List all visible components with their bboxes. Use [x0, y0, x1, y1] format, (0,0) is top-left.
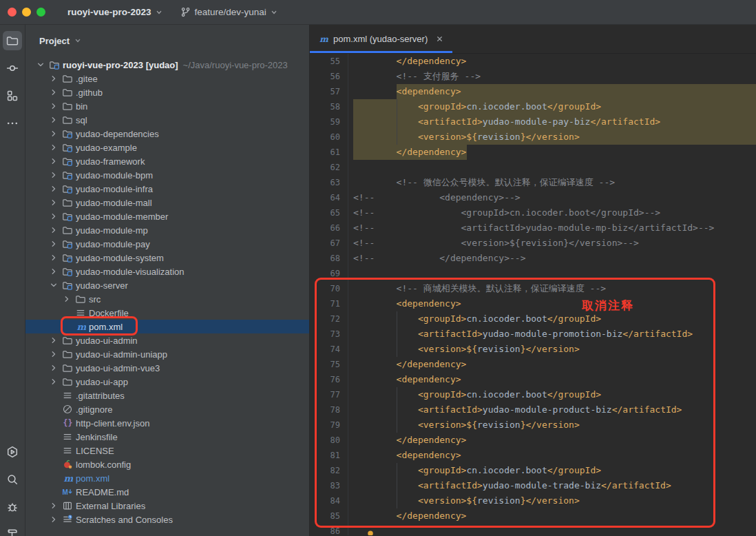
code-line-70[interactable]: 70 <!-- 商城相关模块。默认注释，保证编译速度 --> [310, 281, 756, 296]
chevron-right-icon[interactable] [47, 87, 61, 98]
chevron-right-icon[interactable] [60, 293, 74, 305]
code-line-62[interactable]: 62 [310, 160, 756, 175]
tree-item-yudao-server[interactable]: yudao-server [25, 278, 309, 292]
code-line-67[interactable]: 67<!-- <version>${revision}</version>--> [310, 236, 756, 251]
chevron-right-icon[interactable] [47, 156, 61, 167]
code-line-78[interactable]: 78 <artifactId>yudao-module-product-biz<… [310, 402, 756, 418]
tree-item-external-libraries[interactable]: External Libraries [25, 499, 309, 513]
chevron-right-icon[interactable] [47, 114, 61, 125]
code-line-56[interactable]: 56 <!-- 支付服务 --> [310, 69, 756, 84]
tree-item-lombok-config[interactable]: lombok.config [25, 457, 309, 471]
code-line-57[interactable]: 57 <dependency> [310, 84, 756, 99]
project-tool-button[interactable] [3, 31, 22, 50]
tree-item--gitattributes[interactable]: .gitattributes [25, 389, 309, 402]
tree-item-yudao-module-member[interactable]: yudao-module-member [25, 209, 309, 223]
zoom-window-button[interactable] [36, 8, 45, 17]
chevron-right-icon[interactable] [47, 376, 61, 387]
more-tool-button[interactable] [3, 114, 22, 133]
code-line-79[interactable]: 79 <version>${revision}</version> [310, 418, 756, 433]
chevron-down-icon[interactable] [47, 280, 61, 291]
tree-item-readme-md[interactable]: MREADME.md [25, 485, 309, 499]
tree-item-yudao-module-pay[interactable]: yudao-module-pay [25, 237, 309, 251]
code-line-59[interactable]: 59 <artifactId>yudao-module-pay-biz</art… [310, 114, 756, 130]
chevron-right-icon[interactable] [47, 252, 61, 263]
tree-item-src[interactable]: src [25, 292, 309, 306]
tree-item-yudao-example[interactable]: yudao-example [25, 141, 309, 154]
search-tool-button[interactable] [3, 470, 22, 489]
code-line-60[interactable]: 60 <version>${revision}</version> [310, 130, 756, 145]
code-line-71[interactable]: 71 <dependency> [310, 296, 756, 311]
tree-item-yudao-ui-app[interactable]: yudao-ui-app [25, 375, 309, 389]
chevron-right-icon[interactable] [47, 197, 61, 208]
chevron-right-icon[interactable] [47, 349, 61, 360]
debug-tool-button[interactable] [3, 497, 22, 517]
tree-item-yudao-module-visualization[interactable]: yudao-module-visualization [25, 265, 309, 278]
tree-item-yudao-dependencies[interactable]: yudao-dependencies [25, 127, 309, 141]
tree-item--gitee[interactable]: .gitee [25, 72, 309, 85]
vcs-branch-widget[interactable]: feature/dev-yunai [180, 7, 277, 17]
chevron-right-icon[interactable] [47, 335, 61, 346]
tree-item-yudao-module-system[interactable]: yudao-module-system [25, 251, 309, 265]
code-line-66[interactable]: 66<!-- <artifactId>yudao-module-mp-biz</… [310, 220, 756, 236]
code-line-63[interactable]: 63 <!-- 微信公众号模块。默认注释，保证编译速度 --> [310, 175, 756, 190]
chevron-right-icon[interactable] [47, 225, 61, 236]
chevron-right-icon[interactable] [47, 73, 61, 84]
close-window-button[interactable] [8, 8, 17, 17]
chevron-right-icon[interactable] [47, 183, 61, 194]
chevron-right-icon[interactable] [47, 266, 61, 277]
tree-item-scratches-and-consoles[interactable]: Scratches and Consoles [25, 513, 309, 526]
code-line-68[interactable]: 68<!-- </dependency>--> [310, 251, 756, 266]
tree-item-http-client-env-json[interactable]: {}http-client.env.json [25, 416, 309, 430]
tree-item-yudao-ui-admin[interactable]: yudao-ui-admin [25, 333, 309, 347]
chevron-right-icon[interactable] [47, 142, 61, 153]
code-line-83[interactable]: 83 <artifactId>yudao-module-trade-biz</a… [310, 478, 756, 493]
tree-item-yudao-module-mall[interactable]: yudao-module-mall [25, 196, 309, 209]
code-line-80[interactable]: 80 </dependency> [310, 433, 756, 448]
chevron-right-icon[interactable] [47, 500, 61, 511]
code-line-69[interactable]: 69 [310, 266, 756, 281]
code-line-65[interactable]: 65<!-- <groupId>cn.iocoder.boot</groupId… [310, 205, 756, 220]
tree-item-bin[interactable]: bin [25, 99, 309, 113]
code-line-85[interactable]: 85 </dependency> [310, 508, 756, 524]
tree-item-pom-xml[interactable]: mpom.xml [25, 320, 309, 333]
tree-item-yudao-module-infra[interactable]: yudao-module-infra [25, 182, 309, 196]
tree-item-sql[interactable]: sql [25, 113, 309, 127]
code-line-64[interactable]: 64<!-- <dependency>--> [310, 190, 756, 205]
tree-item--github[interactable]: .github [25, 85, 309, 99]
chevron-right-icon[interactable] [47, 211, 61, 222]
tree-item--gitignore[interactable]: .gitignore [25, 402, 309, 416]
tree-item-yudao-ui-admin-vue3[interactable]: yudao-ui-admin-vue3 [25, 361, 309, 375]
code-line-74[interactable]: 74 <version>${revision}</version> [310, 342, 756, 357]
code-line-73[interactable]: 73 <artifactId>yudao-module-promotion-bi… [310, 327, 756, 342]
project-widget[interactable]: ruoyi-vue-pro-2023 [67, 7, 162, 17]
chevron-right-icon[interactable] [47, 169, 61, 181]
run-tool-button[interactable] [3, 442, 22, 462]
project-panel-header[interactable]: Project [25, 25, 309, 56]
tree-item-jenkinsfile[interactable]: Jenkinsfile [25, 430, 309, 444]
close-tab-icon[interactable] [435, 34, 444, 43]
tree-item-yudao-framework[interactable]: yudao-framework [25, 154, 309, 168]
tree-item-yudao-ui-admin-uniapp[interactable]: yudao-ui-admin-uniapp [25, 347, 309, 361]
chevron-right-icon[interactable] [47, 128, 61, 139]
code-line-55[interactable]: 55 </dependency> [310, 54, 756, 69]
code-editor[interactable]: 55 </dependency>56 <!-- 支付服务 -->57 <depe… [310, 54, 756, 535]
tree-item-ruoyi-vue-pro-2023-yudao-[interactable]: ruoyi-vue-pro-2023 [yudao]~/Java/ruoyi-v… [25, 58, 309, 72]
code-line-75[interactable]: 75 </dependency> [310, 357, 756, 372]
intention-bulb-icon[interactable] [365, 529, 376, 535]
build-tool-button[interactable] [3, 525, 22, 536]
minimize-window-button[interactable] [22, 8, 31, 17]
tree-item-license[interactable]: LICENSE [25, 444, 309, 457]
chevron-right-icon[interactable] [47, 238, 61, 249]
tab-pom-xml[interactable]: m pom.xml (yudao-server) [310, 25, 452, 53]
code-line-76[interactable]: 76 <dependency> [310, 372, 756, 387]
tree-item-dockerfile[interactable]: Dockerfile [25, 306, 309, 320]
structure-tool-button[interactable] [3, 86, 22, 105]
chevron-right-icon[interactable] [47, 101, 61, 112]
code-line-86[interactable]: 86 [310, 524, 756, 535]
code-line-58[interactable]: 58 <groupId>cn.iocoder.boot</groupId> [310, 99, 756, 114]
code-line-81[interactable]: 81 <dependency> [310, 448, 756, 463]
commit-tool-button[interactable] [3, 59, 22, 78]
tree-item-yudao-module-bpm[interactable]: yudao-module-bpm [25, 168, 309, 182]
code-line-84[interactable]: 84 <version>${revision}</version> [310, 493, 756, 508]
tree-item-yudao-module-mp[interactable]: yudao-module-mp [25, 223, 309, 237]
